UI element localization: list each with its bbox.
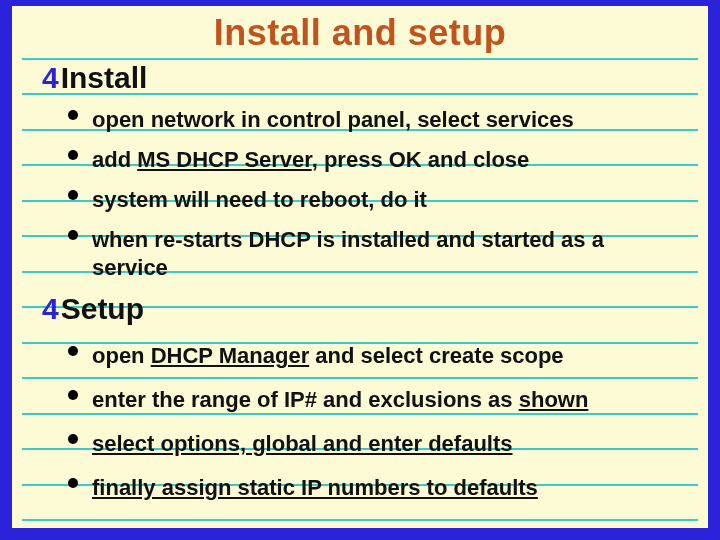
- item-underlined: finally assign static IP numbers to defa…: [92, 475, 538, 500]
- check-icon: 4: [42, 292, 59, 325]
- item-text: open network in control panel, select se…: [92, 107, 574, 132]
- list-item: open DHCP Manager and select create scop…: [92, 342, 678, 370]
- content: Install and setup 4Install open network …: [12, 6, 708, 528]
- title-text: Install and setup: [214, 12, 507, 53]
- bullet-icon: [68, 150, 78, 160]
- item-text: system will need to reboot, do it: [92, 187, 427, 212]
- section-install-label: Install: [61, 61, 148, 94]
- item-post: and select create scope: [309, 343, 563, 368]
- section-install-heading: 4Install: [42, 61, 147, 95]
- list-item: finally assign static IP numbers to defa…: [92, 474, 678, 502]
- item-underlined: DHCP Manager: [151, 343, 310, 368]
- item-pre: add: [92, 147, 137, 172]
- list-item: system will need to reboot, do it: [92, 186, 678, 214]
- list-item: select options, global and enter default…: [92, 430, 678, 458]
- list-item: when re-starts DHCP is installed and sta…: [92, 226, 678, 282]
- bullet-icon: [68, 346, 78, 356]
- item-pre: enter the range of IP# and exclusions as: [92, 387, 519, 412]
- item-underlined: MS DHCP Server: [137, 147, 311, 172]
- list-item: open network in control panel, select se…: [92, 106, 678, 134]
- bullet-icon: [68, 390, 78, 400]
- section-setup-label: Setup: [61, 292, 144, 325]
- item-underlined: select options, global and enter default…: [92, 431, 513, 456]
- bullet-icon: [68, 478, 78, 488]
- item-pre: open: [92, 343, 151, 368]
- slide-title: Install and setup: [12, 12, 708, 54]
- section-setup-heading: 4Setup: [42, 292, 144, 326]
- section-setup-items: open DHCP Manager and select create scop…: [92, 342, 678, 518]
- bullet-icon: [68, 230, 78, 240]
- bullet-icon: [68, 190, 78, 200]
- list-item: add MS DHCP Server, press OK and close: [92, 146, 678, 174]
- check-icon: 4: [42, 61, 59, 94]
- section-install-items: open network in control panel, select se…: [92, 106, 678, 294]
- slide: Install and setup 4Install open network …: [12, 6, 708, 528]
- list-item: enter the range of IP# and exclusions as…: [92, 386, 678, 414]
- item-post: , press OK and close: [312, 147, 530, 172]
- item-text: when re-starts DHCP is installed and sta…: [92, 227, 604, 280]
- bullet-icon: [68, 434, 78, 444]
- bullet-icon: [68, 110, 78, 120]
- item-underlined: shown: [519, 387, 589, 412]
